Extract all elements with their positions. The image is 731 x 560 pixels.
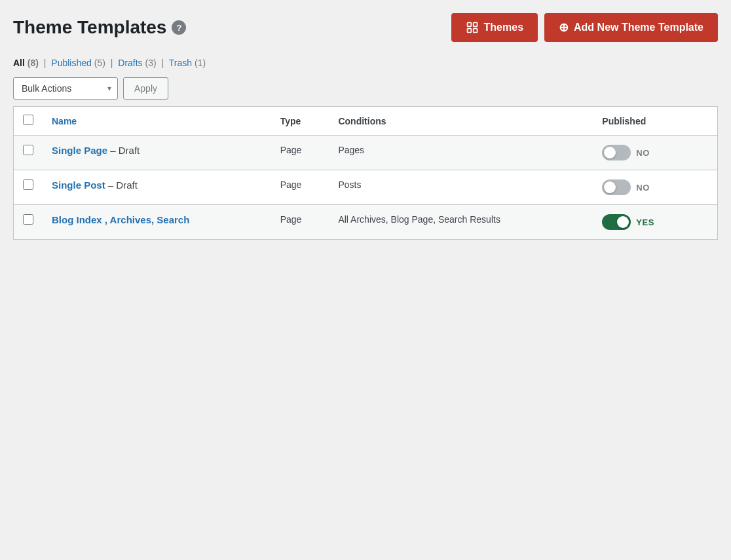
svg-rect-3 — [473, 29, 477, 33]
row-conditions-cell: All Archives, Blog Page, Search Results — [329, 205, 593, 240]
row-name-link[interactable]: Single Page — [52, 145, 107, 156]
select-all-checkbox[interactable] — [23, 115, 33, 125]
published-label: YES — [636, 217, 654, 227]
header-name-col[interactable]: Name — [43, 107, 271, 136]
bulk-actions-select[interactable]: Bulk Actions Delete Edit — [13, 77, 118, 100]
separator-1: | — [44, 58, 47, 68]
published-label: NO — [636, 183, 650, 193]
row-type-cell: Page — [271, 205, 329, 240]
row-checkbox-cell — [14, 136, 43, 170]
page-header: Theme Templates ? Themes ⊕ Add New Theme… — [13, 13, 718, 42]
header-type-col: Type — [271, 107, 329, 136]
table-row: Single Post – DraftPagePostsNO — [14, 170, 718, 205]
row-published-cell: YES — [593, 205, 717, 240]
svg-rect-0 — [467, 23, 471, 27]
svg-rect-1 — [473, 23, 477, 27]
svg-rect-2 — [467, 29, 471, 33]
table-row: Blog Index , Archives, SearchPageAll Arc… — [14, 205, 718, 240]
toggle-slider — [602, 179, 631, 195]
bulk-actions-bar: Bulk Actions Delete Edit ▾ Apply — [13, 77, 718, 100]
row-name-draft: – Draft — [107, 145, 140, 156]
header-checkbox-col — [14, 107, 43, 136]
published-toggle[interactable] — [602, 179, 631, 195]
published-label: NO — [636, 148, 650, 158]
row-published-cell: NO — [593, 136, 717, 170]
row-checkbox[interactable] — [23, 214, 33, 225]
row-name-cell: Single Page – Draft — [43, 136, 271, 170]
separator-3: | — [162, 58, 164, 68]
row-published-cell: NO — [593, 170, 717, 205]
row-name-link[interactable]: Single Post — [52, 179, 105, 191]
themes-button[interactable]: Themes — [451, 13, 538, 42]
filter-all[interactable]: All (8) — [13, 58, 41, 68]
bulk-select-wrapper: Bulk Actions Delete Edit ▾ — [13, 77, 118, 100]
filter-published[interactable]: Published (5) — [51, 58, 107, 68]
table-header-row: Name Type Conditions Published — [14, 107, 718, 136]
filter-bar: All (8) | Published (5) | Drafts (3) | T… — [13, 58, 718, 68]
published-toggle[interactable] — [602, 145, 631, 160]
help-icon[interactable]: ? — [172, 20, 186, 35]
row-checkbox[interactable] — [23, 145, 33, 155]
header-conditions-col: Conditions — [329, 107, 593, 136]
row-checkbox-cell — [14, 205, 43, 240]
toggle-slider — [602, 214, 631, 230]
toggle-slider — [602, 145, 631, 160]
row-conditions-cell: Posts — [329, 170, 593, 205]
page-title-wrap: Theme Templates ? — [13, 16, 186, 39]
row-type-cell: Page — [271, 170, 329, 205]
row-conditions-cell: Pages — [329, 136, 593, 170]
row-name-link[interactable]: Blog Index , Archives, Search — [52, 214, 189, 225]
template-table: Name Type Conditions Published Single Pa… — [13, 106, 718, 240]
toggle-wrap: YES — [602, 214, 708, 230]
apply-button[interactable]: Apply — [123, 77, 168, 100]
toggle-wrap: NO — [602, 145, 708, 160]
themes-button-label: Themes — [484, 22, 523, 33]
separator-2: | — [111, 58, 113, 68]
header-published-col: Published — [593, 107, 717, 136]
table-row: Single Page – DraftPagePagesNO — [14, 136, 718, 170]
row-name-cell: Blog Index , Archives, Search — [43, 205, 271, 240]
row-type-cell: Page — [271, 136, 329, 170]
add-icon: ⊕ — [559, 22, 569, 33]
add-new-button[interactable]: ⊕ Add New Theme Template — [544, 13, 718, 42]
row-name-draft: – Draft — [105, 179, 138, 191]
row-name-cell: Single Post – Draft — [43, 170, 271, 205]
published-toggle[interactable] — [602, 214, 631, 230]
themes-icon — [466, 21, 479, 34]
row-checkbox-cell — [14, 170, 43, 205]
filter-trash[interactable]: Trash (1) — [169, 58, 206, 68]
page-title: Theme Templates — [13, 16, 166, 39]
toggle-wrap: NO — [602, 179, 708, 195]
row-checkbox[interactable] — [23, 179, 33, 190]
header-buttons: Themes ⊕ Add New Theme Template — [451, 13, 718, 42]
add-button-label: Add New Theme Template — [574, 22, 703, 33]
page-wrap: Theme Templates ? Themes ⊕ Add New Theme… — [0, 0, 731, 560]
filter-drafts[interactable]: Drafts (3) — [118, 58, 159, 68]
